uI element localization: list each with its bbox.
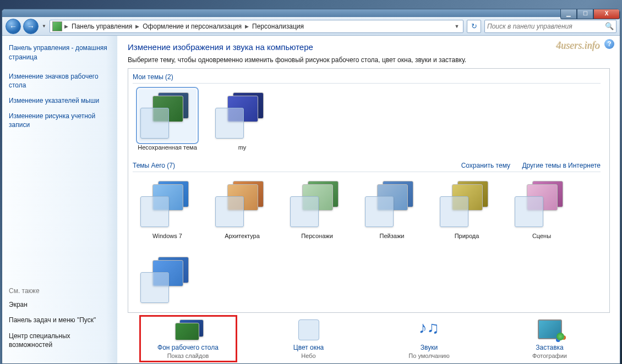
bottom-sub: По умолчанию xyxy=(408,352,449,359)
sounds-button[interactable]: ♪♫ Звуки По умолчанию xyxy=(383,318,476,359)
themes-panel: Мои темы (2) Несохраненная тема my Темы … xyxy=(128,68,610,313)
breadcrumb-item[interactable]: Панель управления xyxy=(69,20,134,32)
sidebar-link-taskbar[interactable]: Панель задач и меню "Пуск" xyxy=(9,316,111,324)
nav-forward-button[interactable]: → xyxy=(23,19,39,34)
sidebar-see-also-title: См. также xyxy=(9,287,111,295)
theme-item-architecture[interactable]: Архитектура xyxy=(210,178,275,239)
search-icon[interactable]: 🔍 xyxy=(605,22,614,30)
titlebar[interactable] xyxy=(2,9,620,17)
theme-item-unsaved[interactable]: Несохраненная тема xyxy=(135,89,200,151)
bottom-sub: Небо xyxy=(301,352,315,359)
bottom-title: Фон рабочего стола xyxy=(157,344,219,351)
theme-row: Несохраненная тема my xyxy=(133,84,601,159)
chevron-right-icon[interactable]: ▶ xyxy=(244,24,250,29)
theme-label: Природа xyxy=(455,233,479,239)
bottom-title: Цвет окна xyxy=(293,344,324,351)
address-dropdown[interactable]: ▼ xyxy=(452,24,462,29)
theme-row: Windows 7 Архитектура Персонажи Пейзажи … xyxy=(133,172,601,248)
sidebar-link-desktop-icons[interactable]: Изменение значков рабочего стола xyxy=(9,72,111,90)
theme-item-nature[interactable]: Природа xyxy=(434,178,499,239)
themes-scroll[interactable]: Мои темы (2) Несохраненная тема my Темы … xyxy=(133,71,605,312)
theme-label: Сцены xyxy=(532,233,551,239)
theme-label: Персонажи xyxy=(301,233,333,239)
theme-item-characters[interactable]: Персонажи xyxy=(285,178,350,239)
nav-back-button[interactable]: ← xyxy=(6,19,21,34)
body: Панель управления - домашняя страница Из… xyxy=(2,36,620,363)
group-header-aero: Темы Aero (7) Сохранить тему Другие темы… xyxy=(133,159,601,172)
refresh-button[interactable]: ↻ xyxy=(467,20,481,33)
caption-buttons: ▁ ☐ X xyxy=(560,9,620,19)
watermark: 4users.info xyxy=(556,40,600,52)
search-input[interactable] xyxy=(487,23,605,30)
sidebar-link-ease-of-access[interactable]: Центр специальных возможностей xyxy=(9,332,111,349)
theme-label: Архитектура xyxy=(225,233,260,239)
minimize-button[interactable]: ▁ xyxy=(560,9,577,19)
page-title: Изменение изображения и звука на компьют… xyxy=(128,42,610,52)
breadcrumb-item[interactable]: Оформление и персонализация xyxy=(140,20,244,32)
window-color-icon xyxy=(294,318,323,341)
screensaver-icon xyxy=(536,318,564,341)
desktop-background-icon xyxy=(174,318,203,341)
bottom-title: Звуки xyxy=(421,344,438,351)
window-color-button[interactable]: Цвет окна Небо xyxy=(262,318,356,359)
desktop-background-button[interactable]: Фон рабочего стола Показ слайдов xyxy=(141,318,235,359)
close-button[interactable]: X xyxy=(593,9,620,19)
theme-label: Пейзажи xyxy=(380,233,405,239)
theme-item-extra[interactable] xyxy=(135,253,200,308)
bottom-sub: Показ слайдов xyxy=(167,352,209,359)
group-actions: Сохранить тему Другие темы в Интернете xyxy=(451,162,601,169)
sidebar-link-mouse-pointers[interactable]: Изменение указателей мыши xyxy=(9,96,111,105)
help-icon[interactable]: ? xyxy=(604,39,614,49)
group-header-aero-label: Темы Aero (7) xyxy=(133,162,175,169)
theme-item-scenes[interactable]: Сцены xyxy=(509,178,574,239)
bottom-title: Заставка xyxy=(536,344,564,351)
theme-thumb xyxy=(138,89,197,142)
bottom-sub: Фотографии xyxy=(532,352,567,359)
location-icon xyxy=(52,21,62,31)
sounds-icon: ♪♫ xyxy=(415,318,444,341)
save-theme-link[interactable]: Сохранить тему xyxy=(461,162,510,169)
nav-history-dropdown[interactable]: ▼ xyxy=(41,21,47,32)
sidebar-link-display[interactable]: Экран xyxy=(9,300,111,309)
screensaver-button[interactable]: Заставка Фотографии xyxy=(503,318,597,359)
theme-item-landscapes[interactable]: Пейзажи xyxy=(359,178,424,239)
search-box[interactable]: 🔍 xyxy=(484,20,616,33)
theme-item-my[interactable]: my xyxy=(210,89,275,151)
sidebar-link-account-picture[interactable]: Изменение рисунка учетной записи xyxy=(9,112,111,129)
maximize-button[interactable]: ☐ xyxy=(577,9,593,19)
content: ? 4users.info Изменение изображения и зв… xyxy=(118,36,620,363)
chevron-right-icon[interactable]: ▶ xyxy=(134,24,140,29)
window: ▁ ☐ X ← → ▼ ▶ Панель управления ▶ Оформл… xyxy=(2,9,620,364)
navbar: ← → ▼ ▶ Панель управления ▶ Оформление и… xyxy=(2,17,620,36)
theme-row xyxy=(133,248,601,312)
theme-label: Windows 7 xyxy=(152,233,182,239)
sidebar-home-link[interactable]: Панель управления - домашняя страница xyxy=(9,43,111,62)
page-subtitle: Выберите тему, чтобы одновременно измени… xyxy=(128,56,610,64)
theme-item-windows7[interactable]: Windows 7 xyxy=(135,178,200,239)
group-header-my-themes: Мои темы (2) xyxy=(133,71,601,84)
chevron-right-icon[interactable]: ▶ xyxy=(63,24,69,29)
theme-label: my xyxy=(238,144,247,151)
theme-label: Несохраненная тема xyxy=(138,144,197,151)
online-themes-link[interactable]: Другие темы в Интернете xyxy=(522,162,601,169)
breadcrumb-item[interactable]: Персонализация xyxy=(250,20,306,32)
address-bar[interactable]: ▶ Панель управления ▶ Оформление и персо… xyxy=(50,20,463,33)
sidebar: Панель управления - домашняя страница Из… xyxy=(2,36,118,363)
theme-thumb xyxy=(213,89,271,142)
bottom-settings-row: Фон рабочего стола Показ слайдов Цвет ок… xyxy=(128,313,610,363)
